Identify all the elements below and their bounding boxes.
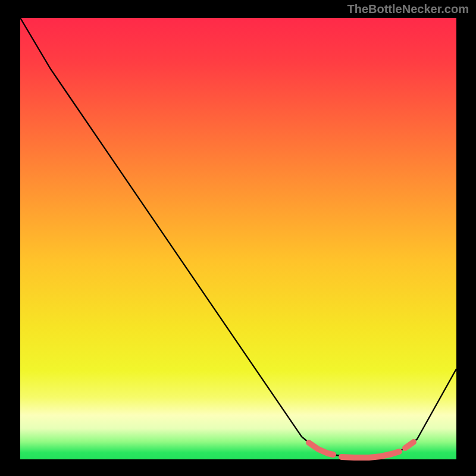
chart-container: TheBottleNecker.com (0, 0, 476, 476)
watermark-text: TheBottleNecker.com (347, 2, 469, 16)
bottleneck-chart (0, 0, 476, 476)
plot-background (20, 18, 456, 459)
